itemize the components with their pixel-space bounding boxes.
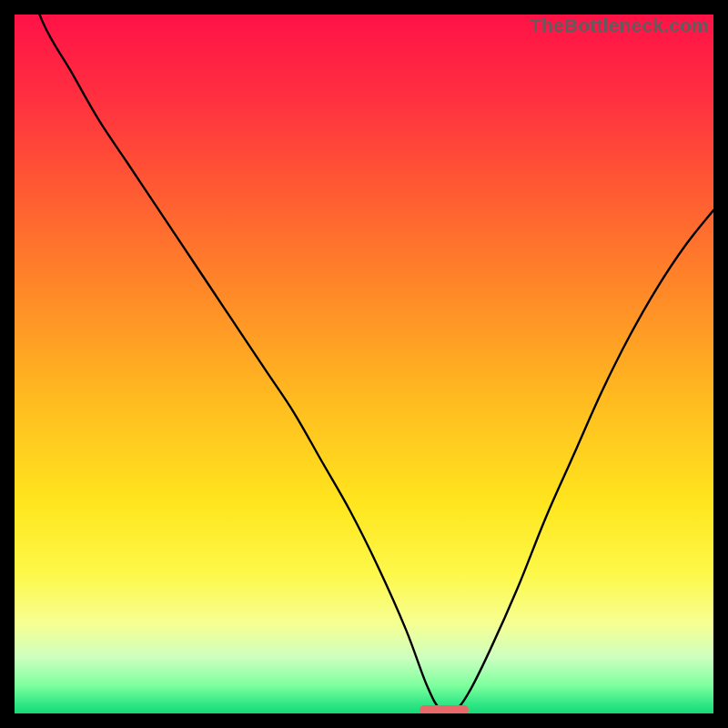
curve-layer — [15, 15, 713, 713]
chart-frame: TheBottleneck.com — [0, 0, 728, 728]
optimal-marker — [420, 705, 469, 713]
plot-area: TheBottleneck.com — [15, 15, 713, 713]
bottleneck-curve — [15, 15, 713, 713]
